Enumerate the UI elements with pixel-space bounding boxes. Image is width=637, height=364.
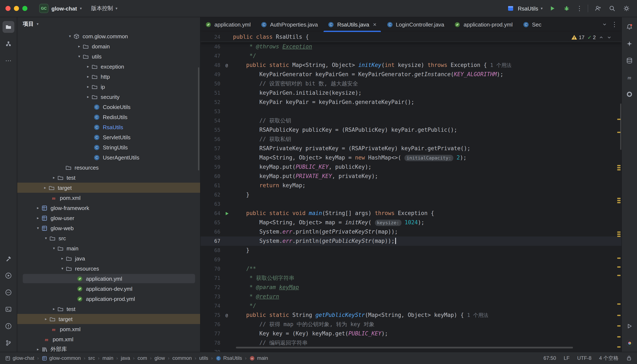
- close-tab-icon[interactable]: ×: [373, 21, 376, 28]
- code-line-49[interactable]: 49 KeyPairGenerator keyPairGen = KeyPair…: [200, 70, 622, 79]
- line-number[interactable]: 53: [200, 108, 220, 114]
- maven-icon[interactable]: m: [623, 72, 635, 83]
- project-tree-item-domain[interactable]: ▸domain: [17, 41, 200, 51]
- plugin-icon[interactable]: [623, 337, 635, 349]
- line-number[interactable]: 66: [200, 229, 220, 235]
- line-number[interactable]: 77: [200, 331, 220, 337]
- line-number[interactable]: 59: [200, 164, 220, 170]
- line-number[interactable]: 47: [200, 53, 220, 59]
- run-anything-icon[interactable]: [623, 320, 635, 332]
- inspections-widget[interactable]: 17 ✓ 2: [568, 33, 614, 42]
- project-tree-item-test[interactable]: ▸test: [17, 304, 200, 314]
- debug-button[interactable]: [562, 4, 571, 13]
- line-number[interactable]: 67: [200, 238, 220, 244]
- code-line-74[interactable]: 74 */: [200, 301, 622, 310]
- breadcrumb-item-glow[interactable]: glow: [155, 355, 165, 361]
- code-line-66[interactable]: 66 System.err.println(getPrivateKeyStr(m…: [200, 227, 622, 236]
- breadcrumb-item-glow-common[interactable]: glow-common: [42, 355, 81, 361]
- breadcrumb-item-java[interactable]: java: [121, 355, 130, 361]
- chevron-right-icon[interactable]: ▸: [85, 64, 91, 68]
- project-tree-item-pom.xml[interactable]: mpom.xml: [17, 193, 200, 203]
- minimize-window-button[interactable]: [14, 6, 19, 11]
- breadcrumb-item-common[interactable]: common: [172, 355, 192, 361]
- code-line-77[interactable]: 77 Key key = (Key) keyMap.get(PUBLIC_KEY…: [200, 329, 622, 338]
- editor-horizontal-scrollbar[interactable]: [236, 347, 573, 348]
- code-line-65[interactable]: 65 Map<String, Object> map = initKey( ke…: [200, 218, 622, 227]
- code-line-76[interactable]: 76 // 获得 map 中的公钥对象, 转为 key 对象: [200, 320, 622, 329]
- chevron-right-icon[interactable]: ▸: [43, 317, 49, 321]
- project-tree-item-com.glow.common[interactable]: ▾com.glow.common: [17, 31, 200, 41]
- sticky-header-line[interactable]: 24public class RsaUtils {: [200, 32, 622, 42]
- project-panel-header[interactable]: 项目 ▾: [17, 17, 200, 31]
- breadcrumb-item-utils[interactable]: utils: [199, 355, 208, 361]
- code-line-46[interactable]: 46 * @throws Exception: [200, 42, 622, 51]
- line-number[interactable]: 48: [200, 62, 220, 68]
- project-tree-item-RedisUtils[interactable]: CRedisUtils: [17, 112, 200, 122]
- chevron-right-icon[interactable]: ▸: [85, 95, 91, 99]
- project-tree-item-ServletUtils[interactable]: CServletUtils: [17, 132, 200, 142]
- project-tree-item-UserAgentUtils[interactable]: CUserAgentUtils: [17, 152, 200, 162]
- code-line-61[interactable]: 61 return keyMap;: [200, 181, 622, 190]
- project-tree-item-src[interactable]: ▾src: [17, 233, 200, 243]
- line-number[interactable]: 24: [200, 34, 220, 40]
- breadcrumb-item-glow-chat[interactable]: glow-chat: [5, 355, 34, 361]
- code-line-60[interactable]: 60 keyMap.put(PRIVATE_KEY, privateKey);: [200, 172, 622, 181]
- chevron-right-icon[interactable]: ▸: [51, 307, 57, 311]
- chevron-down-icon[interactable]: ▾: [59, 266, 66, 270]
- terminal-icon[interactable]: [3, 304, 14, 315]
- run-configuration-selector[interactable]: RsaUtils ▾: [506, 4, 543, 13]
- project-tree-scrollbar[interactable]: [198, 67, 199, 170]
- lock-icon[interactable]: [626, 355, 632, 361]
- code-line-48[interactable]: 48@ public static Map<String, Object> in…: [200, 60, 622, 70]
- project-tree-item-RsaUtils[interactable]: CRsaUtils: [17, 122, 200, 132]
- code-line-70[interactable]: 70 /**: [200, 264, 622, 274]
- more-actions-icon[interactable]: ⋮: [576, 5, 583, 12]
- breadcrumb-item-src[interactable]: src: [88, 355, 95, 361]
- project-tree-item-utils[interactable]: ▾utils: [17, 51, 200, 62]
- project-tree-item-exception[interactable]: ▸exception: [17, 62, 200, 72]
- breadcrumb-item-com[interactable]: com: [138, 355, 147, 361]
- code-line-47[interactable]: 47 */: [200, 51, 622, 60]
- chevron-right-icon[interactable]: ▸: [42, 186, 49, 190]
- line-number[interactable]: 75: [200, 312, 220, 318]
- vcs-widget[interactable]: 版本控制 ▾: [91, 5, 117, 12]
- project-folder-icon[interactable]: [3, 21, 14, 33]
- settings-gear-icon[interactable]: [622, 4, 631, 13]
- version-control-icon[interactable]: [3, 337, 14, 349]
- project-tree-item-resources[interactable]: ▾resources: [17, 264, 200, 274]
- code-line-62[interactable]: 62 }: [200, 190, 622, 200]
- usages-inlay-hint[interactable]: 1 个用法: [467, 312, 488, 318]
- editor-tab-LoginController.java[interactable]: CLoginController.java: [381, 17, 449, 32]
- chevron-right-icon[interactable]: ▸: [51, 176, 57, 180]
- chevron-down-icon[interactable]: ▾: [76, 54, 83, 58]
- run-icon[interactable]: [3, 270, 14, 282]
- inlay-hint-parameter[interactable]: keysize:: [375, 220, 401, 226]
- line-number[interactable]: 71: [200, 275, 220, 281]
- chevron-right-icon[interactable]: ▸: [35, 216, 41, 220]
- caret-position[interactable]: 67:50: [543, 355, 556, 361]
- annotation-gutter-icon[interactable]: @: [220, 312, 233, 318]
- code-line-51[interactable]: 51 keyPairGen.initialize(keysize);: [200, 88, 622, 98]
- notifications-icon[interactable]: [623, 21, 635, 33]
- code-line-67[interactable]: 67 System.err.println(getPublicKeyStr(ma…: [200, 236, 622, 246]
- run-button[interactable]: [548, 4, 557, 13]
- line-number[interactable]: 55: [200, 127, 220, 133]
- line-number[interactable]: 76: [200, 322, 220, 328]
- project-tree-item-test[interactable]: ▸test: [17, 172, 200, 183]
- chevron-down-icon[interactable]: ▾: [43, 236, 49, 240]
- line-number[interactable]: 58: [200, 155, 220, 161]
- close-window-button[interactable]: [6, 6, 11, 11]
- code-line-58[interactable]: 58 Map<String, Object> keyMap = new Hash…: [200, 153, 622, 162]
- line-number[interactable]: 52: [200, 99, 220, 105]
- code-line-56[interactable]: 56 // 获取私钥: [200, 135, 622, 144]
- project-tree-item-StringUtils[interactable]: CStringUtils: [17, 142, 200, 152]
- hidden-tabs-icon[interactable]: [602, 22, 607, 27]
- line-number[interactable]: 49: [200, 72, 220, 78]
- line-separator[interactable]: LF: [564, 355, 570, 361]
- line-number[interactable]: 62: [200, 192, 220, 198]
- project-tree-item-application-dev.yml[interactable]: application-dev.yml: [17, 284, 200, 294]
- line-number[interactable]: 50: [200, 81, 220, 87]
- line-number[interactable]: 78: [200, 340, 220, 346]
- code-line-78[interactable]: 78 // 编码返回字符串: [200, 338, 622, 348]
- project-tree-item-security[interactable]: ▸security: [17, 92, 200, 102]
